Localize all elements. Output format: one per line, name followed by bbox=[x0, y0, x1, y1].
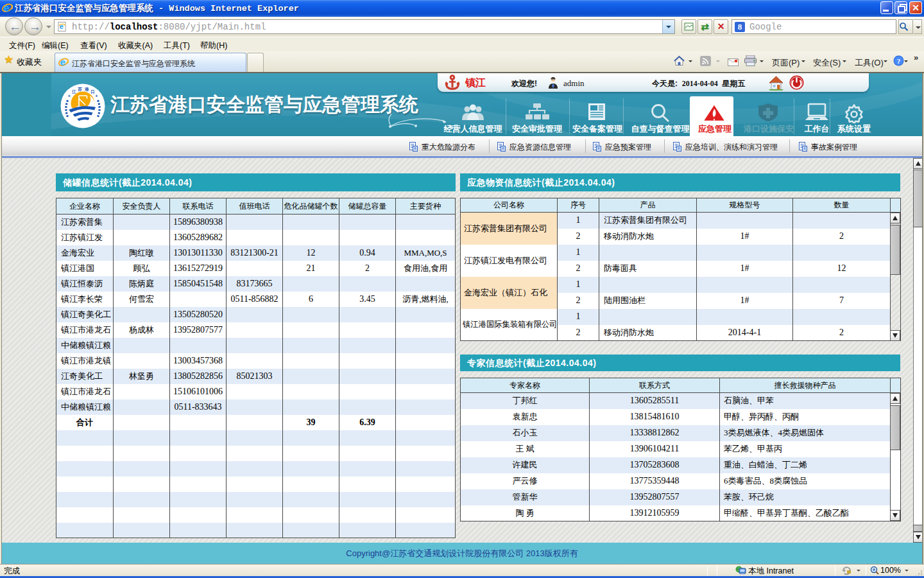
svg-text:口: 口 bbox=[91, 89, 96, 94]
svg-text:港: 港 bbox=[84, 87, 89, 92]
svg-text:e: e bbox=[60, 57, 65, 67]
svg-text:江: 江 bbox=[72, 89, 76, 94]
svg-text:?: ? bbox=[897, 57, 901, 65]
svg-text:e: e bbox=[4, 3, 10, 13]
svg-text:苏: 苏 bbox=[78, 87, 83, 92]
